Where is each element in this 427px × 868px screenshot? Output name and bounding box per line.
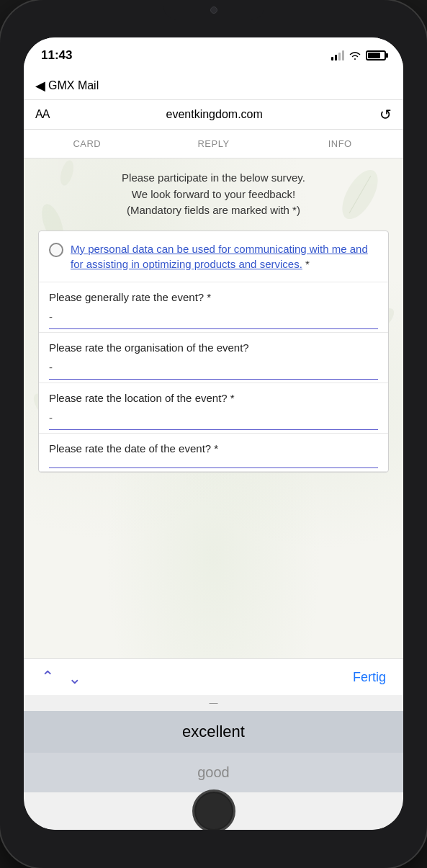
intro-line3: (Mandatory fields are marked with *): [38, 202, 389, 219]
question-value-3[interactable]: -: [49, 408, 378, 430]
question-value-1[interactable]: -: [49, 308, 378, 329]
status-bar: 11:43: [24, 37, 403, 73]
question-row-3[interactable]: Please rate the location of the event? *…: [39, 383, 388, 434]
battery-icon: [366, 50, 386, 61]
consent-checkbox[interactable]: [49, 243, 63, 257]
tab-card[interactable]: CARD: [24, 130, 150, 158]
question-value-4[interactable]: [49, 459, 378, 468]
url-display[interactable]: eventkingdom.com: [166, 108, 263, 121]
nav-down-button[interactable]: ⌃: [68, 668, 81, 686]
intro-line2: We look forward to your feedback!: [38, 187, 389, 203]
tab-info[interactable]: INFO: [277, 130, 403, 158]
phone-screen: 11:43 ◀ GMX Mail: [24, 37, 403, 830]
text-size-button[interactable]: AA: [35, 108, 49, 121]
question-row-2[interactable]: Please rate the organisation of the even…: [39, 333, 388, 383]
question-label-1: Please generally rate the event? *: [49, 291, 378, 303]
back-icon: ◀: [35, 78, 45, 94]
survey-card: My personal data can be used for communi…: [38, 231, 389, 473]
camera-notch: [163, 0, 264, 20]
signal-icon: [331, 50, 344, 61]
mail-back-button[interactable]: ◀ GMX Mail: [35, 78, 392, 94]
wifi-icon: [349, 50, 361, 61]
refresh-button[interactable]: ↺: [379, 106, 392, 123]
mail-back-label: GMX Mail: [48, 79, 99, 92]
consent-row[interactable]: My personal data can be used for communi…: [39, 231, 388, 282]
bottom-toolbar: ⌃ ⌃ Fertig: [24, 658, 403, 695]
intro-text: Please participate in the below survey. …: [38, 170, 389, 219]
picker-separator: —: [24, 695, 403, 711]
phone-frame: 11:43 ◀ GMX Mail: [0, 0, 427, 868]
consent-required: *: [305, 258, 310, 270]
question-value-2[interactable]: -: [49, 358, 378, 380]
mail-header: ◀ GMX Mail: [24, 73, 403, 100]
status-time: 11:43: [41, 48, 72, 63]
picker-options: excellent good: [24, 711, 403, 792]
tab-reply[interactable]: REPLY: [150, 130, 277, 158]
question-row-4[interactable]: Please rate the date of the event? *: [39, 434, 388, 472]
camera-dot: [210, 6, 217, 14]
tab-bar: CARD REPLY INFO: [24, 130, 403, 158]
home-button[interactable]: [192, 789, 235, 830]
picker-option-good[interactable]: good: [24, 753, 403, 792]
battery-fill: [368, 53, 380, 58]
nav-arrows: ⌃ ⌃: [41, 668, 81, 686]
content-scroll: Please participate in the below survey. …: [24, 158, 403, 484]
picker-area[interactable]: excellent good: [24, 711, 403, 792]
question-label-4: Please rate the date of the event? *: [49, 442, 378, 455]
intro-line1: Please participate in the below survey.: [38, 170, 389, 187]
content-area: Please participate in the below survey. …: [24, 158, 403, 658]
consent-link[interactable]: My personal data can be used for communi…: [71, 243, 368, 270]
nav-up-button[interactable]: ⌃: [41, 668, 54, 686]
picker-option-excellent[interactable]: excellent: [24, 711, 403, 753]
consent-text: My personal data can be used for communi…: [71, 241, 378, 272]
status-icons: [331, 50, 386, 61]
question-row-1[interactable]: Please generally rate the event? * -: [39, 282, 388, 333]
question-label-3: Please rate the location of the event? *: [49, 392, 378, 404]
url-bar: AA eventkingdom.com ↺: [24, 100, 403, 130]
question-label-2: Please rate the organisation of the even…: [49, 341, 378, 354]
done-button[interactable]: Fertig: [353, 670, 386, 685]
home-indicator: [24, 792, 403, 830]
